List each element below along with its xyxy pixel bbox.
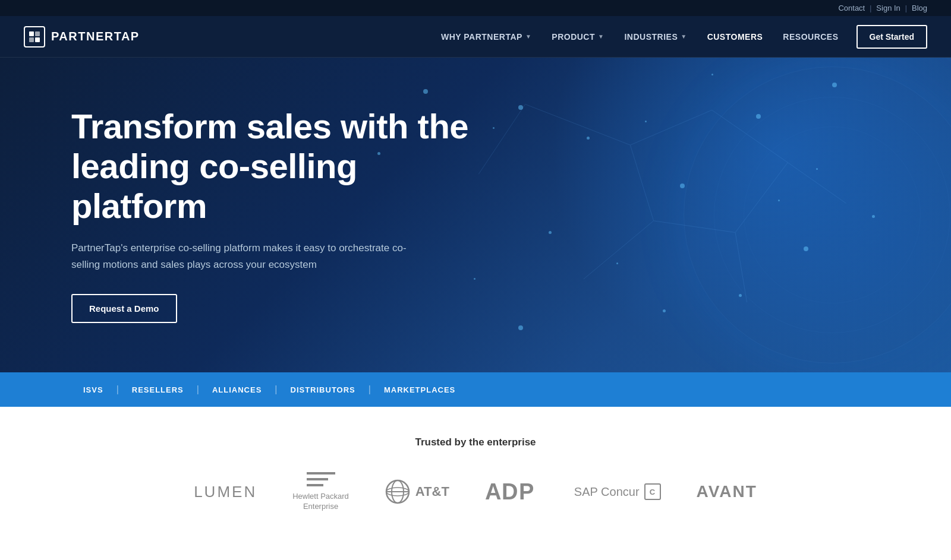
logo-adp: A D P <box>485 477 539 507</box>
logo-icon <box>24 26 45 48</box>
separator-1: | <box>870 4 871 12</box>
svg-rect-2 <box>29 37 34 42</box>
trusted-section: Trusted by the enterprise LUMEN Hewlett … <box>0 407 951 542</box>
request-demo-button[interactable]: Request a Demo <box>71 294 177 323</box>
logo-sap-concur: SAP Concur C <box>574 483 661 500</box>
chevron-down-icon: ▼ <box>598 33 604 40</box>
svg-line-8 <box>654 221 735 233</box>
tab-resellers[interactable]: RESELLERS <box>120 372 196 407</box>
tab-alliances[interactable]: ALLIANCES <box>200 372 273 407</box>
svg-line-4 <box>525 105 631 145</box>
lumen-logo-text: LUMEN <box>194 483 257 501</box>
blog-link[interactable]: Blog <box>912 4 927 12</box>
utility-bar: Contact | Sign In | Blog <box>0 0 951 16</box>
sap-bracket-icon: C <box>644 483 661 500</box>
globe-visual <box>684 67 951 363</box>
hpe-logo-text: Hewlett PackardEnterprise <box>292 492 349 512</box>
svg-rect-1 <box>35 31 40 36</box>
svg-line-9 <box>735 163 788 233</box>
nav-customers[interactable]: CUSTOMERS <box>699 27 771 46</box>
svg-rect-0 <box>29 31 34 36</box>
trusted-title: Trusted by the enterprise <box>24 436 927 448</box>
contact-link[interactable]: Contact <box>838 4 865 12</box>
tab-separator-1: | <box>115 384 120 395</box>
hpe-bar-3 <box>307 484 323 486</box>
svg-text:P: P <box>519 479 534 504</box>
logo-avant: AVANT <box>697 482 757 501</box>
sap-text: SAP Concur <box>574 485 640 499</box>
avant-logo-text: AVANT <box>697 482 757 501</box>
logo-hpe: Hewlett PackardEnterprise <box>292 472 349 512</box>
nav-why-partnertap[interactable]: WHY PARTNERTAP ▼ <box>433 27 540 46</box>
logo-att: AT&T <box>385 479 449 505</box>
svg-text:A: A <box>485 479 501 504</box>
nav-industries[interactable]: INDUSTRIES ▼ <box>616 27 695 46</box>
tab-separator-2: | <box>196 384 200 395</box>
hpe-bar-2 <box>307 478 328 480</box>
hero-title: Transform sales with the leading co-sell… <box>71 107 487 226</box>
svg-line-13 <box>735 232 747 302</box>
hero-section: Transform sales with the leading co-sell… <box>0 58 951 372</box>
logos-row: LUMEN Hewlett PackardEnterprise AT&T <box>24 472 927 512</box>
nav-product[interactable]: PRODUCT ▼ <box>543 27 612 46</box>
tab-separator-4: | <box>367 384 372 395</box>
svg-rect-3 <box>35 37 40 42</box>
hero-subtitle: PartnerTap's enterprise co-selling platf… <box>71 240 416 272</box>
chevron-down-icon: ▼ <box>525 33 531 40</box>
svg-line-6 <box>712 110 788 162</box>
tabs-bar: ISVS | RESELLERS | ALLIANCES | DISTRIBUT… <box>0 372 951 407</box>
chevron-down-icon: ▼ <box>681 33 687 40</box>
svg-line-12 <box>788 163 846 204</box>
att-logo-text: AT&T <box>415 484 449 499</box>
hpe-bar-1 <box>307 472 335 474</box>
nav-resources[interactable]: RESOURCES <box>774 27 846 46</box>
svg-line-7 <box>630 145 653 221</box>
svg-line-11 <box>584 221 654 279</box>
tab-marketplaces[interactable]: MARKETPLACES <box>372 372 467 407</box>
logo-text: PARTNERTAP <box>51 30 140 43</box>
main-nav: WHY PARTNERTAP ▼ PRODUCT ▼ INDUSTRIES ▼ … <box>433 25 927 49</box>
hero-content: Transform sales with the leading co-sell… <box>71 107 487 322</box>
svg-line-5 <box>630 110 711 145</box>
tab-separator-3: | <box>273 384 278 395</box>
sign-in-link[interactable]: Sign In <box>876 4 900 12</box>
logo-area[interactable]: PARTNERTAP <box>24 26 140 48</box>
separator-2: | <box>905 4 907 12</box>
get-started-button[interactable]: Get Started <box>856 25 927 49</box>
tab-isvs[interactable]: ISVS <box>71 372 115 407</box>
tab-distributors[interactable]: DISTRIBUTORS <box>279 372 367 407</box>
svg-text:D: D <box>502 479 518 504</box>
header: PARTNERTAP WHY PARTNERTAP ▼ PRODUCT ▼ IN… <box>0 16 951 58</box>
logo-lumen: LUMEN <box>194 483 257 501</box>
